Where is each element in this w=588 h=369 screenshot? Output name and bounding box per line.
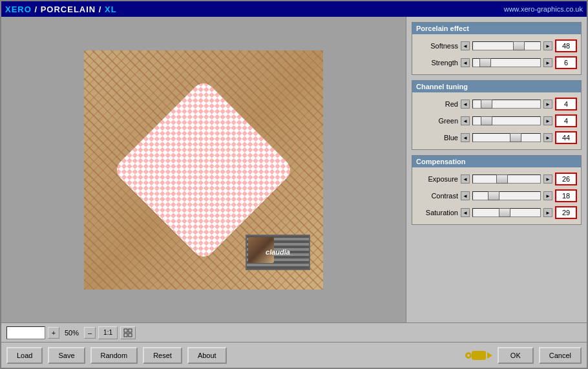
blue-label: Blue xyxy=(416,134,458,142)
key-bow xyxy=(465,352,472,359)
svg-rect-3 xyxy=(129,333,132,337)
saturation-row: Saturation ◄ ► 29 xyxy=(416,206,577,219)
exposure-arrow-right[interactable]: ► xyxy=(543,174,552,184)
title-text: XERO / PORCELAIN / XL xyxy=(5,5,117,14)
contrast-row: Contrast ◄ ► 18 xyxy=(416,189,577,202)
ok-area: OK Cancel xyxy=(465,347,582,364)
saturation-label: Saturation xyxy=(416,209,458,216)
contrast-arrow-right[interactable]: ► xyxy=(543,191,552,200)
blue-arrow-left[interactable]: ◄ xyxy=(461,133,470,142)
strength-row: Strength ◄ ► 6 xyxy=(416,56,577,69)
reset-button[interactable]: Reset xyxy=(143,347,182,364)
porcelain-section-content: Softness ◄ ► 48 Strength ◄ xyxy=(412,34,581,74)
contrast-track[interactable] xyxy=(472,191,541,200)
red-label: Red xyxy=(416,100,458,108)
strength-arrow-left[interactable]: ◄ xyxy=(461,58,470,67)
contrast-label: Contrast xyxy=(416,192,458,200)
softness-thumb[interactable] xyxy=(513,41,525,50)
blue-track[interactable] xyxy=(472,133,541,142)
contrast-thumb[interactable] xyxy=(488,191,499,200)
red-arrow-left[interactable]: ◄ xyxy=(461,100,470,109)
softness-arrow-right[interactable]: ► xyxy=(543,41,552,50)
footer-bar: Load Save Random Reset About OK Cancel xyxy=(1,342,587,368)
canvas-area: claudia xyxy=(1,17,406,322)
contrast-value: 18 xyxy=(555,189,577,202)
green-track[interactable] xyxy=(472,116,541,125)
watermark: claudia xyxy=(246,235,310,270)
canvas-container: claudia xyxy=(84,50,323,290)
blue-arrow-right[interactable]: ► xyxy=(543,133,552,142)
grid-button[interactable] xyxy=(120,326,136,339)
random-button[interactable]: Random xyxy=(90,347,138,364)
zoom-plus-button[interactable]: + xyxy=(48,327,59,339)
saturation-value: 29 xyxy=(555,206,577,219)
exposure-arrow-left[interactable]: ◄ xyxy=(461,174,470,184)
exposure-value: 26 xyxy=(555,173,577,185)
saturation-track[interactable] xyxy=(472,208,541,217)
channel-tuning-content: Red ◄ ► 4 Green ◄ xyxy=(412,92,581,149)
green-arrow-right[interactable]: ► xyxy=(543,116,552,125)
red-row: Red ◄ ► 4 xyxy=(416,98,577,111)
svg-rect-2 xyxy=(124,333,127,337)
right-panel: Porcelain effect Softness ◄ ► 48 St xyxy=(406,17,587,322)
svg-rect-0 xyxy=(124,329,127,332)
red-arrow-right[interactable]: ► xyxy=(543,100,552,109)
website-link: www.xero-graphics.co.uk xyxy=(504,5,583,13)
title-bar: XERO / PORCELAIN / XL www.xero-graphics.… xyxy=(1,1,587,17)
compensation-content: Exposure ◄ ► 26 Contrast ◄ xyxy=(412,167,581,224)
softness-value: 48 xyxy=(555,39,577,52)
grid-icon xyxy=(123,328,132,337)
about-button[interactable]: About xyxy=(187,347,227,364)
bottom-bar: + 50% – 1:1 xyxy=(1,322,587,342)
strength-label: Strength xyxy=(416,59,458,67)
softness-track[interactable] xyxy=(472,41,541,50)
green-value: 4 xyxy=(555,114,577,127)
canvas-image: claudia xyxy=(84,50,323,290)
zoom-input xyxy=(6,326,45,339)
watermark-text: claudia xyxy=(266,248,290,256)
strength-track[interactable] xyxy=(472,58,541,67)
blue-value: 44 xyxy=(555,131,577,144)
saturation-thumb[interactable] xyxy=(499,208,510,217)
green-row: Green ◄ ► 4 xyxy=(416,114,577,127)
save-button[interactable]: Save xyxy=(48,347,85,364)
svg-rect-1 xyxy=(129,329,132,332)
compensation-section: Compensation Exposure ◄ ► 26 Contra xyxy=(412,155,582,225)
red-value: 4 xyxy=(555,98,577,111)
load-button[interactable]: Load xyxy=(6,347,43,364)
strength-arrow-right[interactable]: ► xyxy=(543,58,552,67)
blue-row: Blue ◄ ► 44 xyxy=(416,131,577,144)
zoom-ratio-button[interactable]: 1:1 xyxy=(98,326,118,339)
porcelain-section-title: Porcelain effect xyxy=(412,23,581,34)
saturation-arrow-left[interactable]: ◄ xyxy=(461,208,470,217)
green-label: Green xyxy=(416,117,458,125)
key-body xyxy=(472,351,486,360)
exposure-track[interactable] xyxy=(472,174,541,184)
exposure-row: Exposure ◄ ► 26 xyxy=(416,173,577,185)
softness-label: Softness xyxy=(416,42,458,50)
cancel-button[interactable]: Cancel xyxy=(539,347,582,364)
softness-row: Softness ◄ ► 48 xyxy=(416,39,577,52)
blue-thumb[interactable] xyxy=(510,133,521,142)
strength-thumb[interactable] xyxy=(479,58,491,67)
red-track[interactable] xyxy=(472,100,541,109)
key-arrow xyxy=(487,352,492,359)
app-window: XERO / PORCELAIN / XL www.xero-graphics.… xyxy=(0,0,588,369)
main-area: claudia Porcelain effect Softness ◄ xyxy=(1,17,587,322)
exposure-thumb[interactable] xyxy=(496,174,508,184)
compensation-title: Compensation xyxy=(412,156,581,167)
channel-tuning-title: Channel tuning xyxy=(412,81,581,92)
exposure-label: Exposure xyxy=(416,175,458,183)
canvas-inner: claudia xyxy=(84,50,323,290)
zoom-minus-button[interactable]: – xyxy=(84,327,96,339)
green-thumb[interactable] xyxy=(481,116,492,125)
green-arrow-left[interactable]: ◄ xyxy=(461,116,470,125)
contrast-arrow-left[interactable]: ◄ xyxy=(461,191,470,200)
saturation-arrow-right[interactable]: ► xyxy=(543,208,552,217)
key-icon xyxy=(465,351,492,360)
softness-arrow-left[interactable]: ◄ xyxy=(461,41,470,50)
channel-tuning-section: Channel tuning Red ◄ ► 4 Green xyxy=(412,80,582,150)
porcelain-section: Porcelain effect Softness ◄ ► 48 St xyxy=(412,22,582,75)
red-thumb[interactable] xyxy=(481,100,492,109)
ok-button[interactable]: OK xyxy=(498,347,534,364)
